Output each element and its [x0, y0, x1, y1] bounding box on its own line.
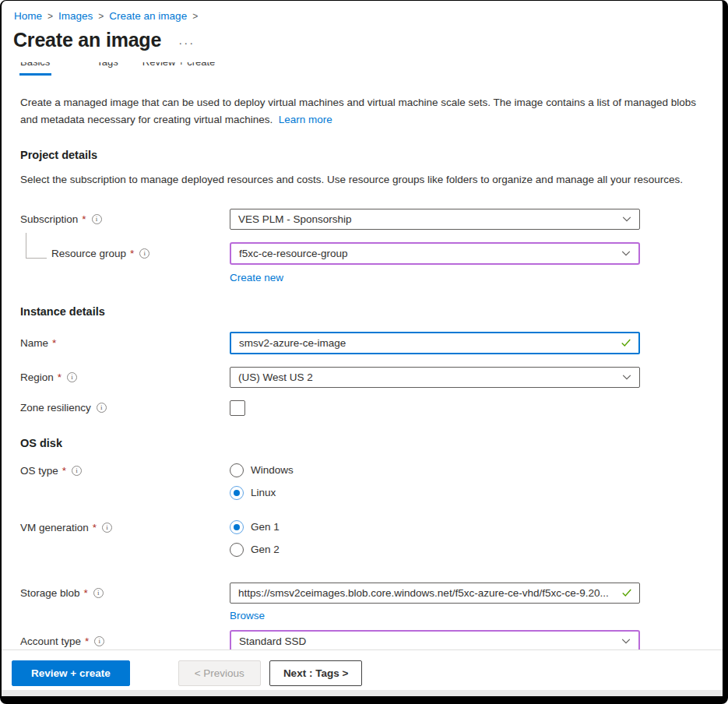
name-field-wrapper — [230, 332, 640, 354]
os-type-row: OS type * i Windows Linux — [2, 463, 723, 509]
required-marker: * — [84, 587, 88, 599]
active-tab-indicator — [19, 73, 51, 76]
breadcrumb-separator: > — [47, 11, 53, 22]
valid-check-icon — [621, 337, 631, 348]
browse-link[interactable]: Browse — [230, 610, 265, 621]
required-marker: * — [82, 213, 86, 225]
intro-text: Create a managed image that can be used … — [20, 94, 704, 128]
required-marker: * — [58, 371, 62, 383]
storage-blob-info-icon[interactable]: i — [93, 588, 104, 598]
resource-group-value: f5xc-ce-resource-group — [239, 248, 348, 259]
valid-check-icon — [621, 587, 632, 598]
resource-group-info-icon[interactable]: i — [139, 248, 149, 259]
vm-generation-label: VM generation * i — [20, 520, 230, 533]
storage-blob-row: Storage blob * i — [2, 583, 723, 604]
resource-group-dropdown[interactable]: f5xc-ce-resource-group — [230, 242, 640, 265]
vm-generation-gen1-radio[interactable]: Gen 1 — [230, 520, 640, 534]
account-type-value: Standard SSD — [239, 635, 306, 647]
project-details-description: Select the subscription to manage deploy… — [20, 171, 704, 188]
required-marker: * — [62, 465, 66, 477]
learn-more-link[interactable]: Learn more — [279, 114, 332, 125]
vm-generation-radio-group: Gen 1 Gen 2 — [230, 520, 640, 565]
project-details-heading: Project details — [20, 149, 723, 161]
page-title: Create an image — [13, 29, 161, 51]
name-input[interactable] — [239, 333, 615, 353]
vm-generation-gen2-radio[interactable]: Gen 2 — [230, 543, 640, 557]
required-marker: * — [130, 248, 134, 259]
chevron-down-icon — [621, 635, 631, 646]
os-type-linux-radio[interactable]: Linux — [230, 486, 640, 500]
storage-blob-label: Storage blob * i — [20, 587, 230, 599]
breadcrumb-separator: > — [192, 11, 198, 22]
name-label: Name * — [20, 337, 230, 349]
breadcrumb-create-an-image[interactable]: Create an image — [109, 10, 187, 22]
subscription-dropdown[interactable]: VES PLM - Sponsorship — [230, 209, 640, 230]
tab-review-create[interactable]: Review + create — [142, 62, 216, 68]
subscription-label: Subscription * i — [20, 213, 230, 225]
account-type-info-icon[interactable]: i — [94, 636, 104, 646]
storage-blob-input[interactable] — [238, 583, 616, 603]
os-type-label: OS type * i — [20, 463, 230, 477]
previous-button[interactable]: < Previous — [178, 660, 261, 686]
os-type-windows-radio[interactable]: Windows — [230, 463, 640, 477]
zone-resiliency-label: Zone resiliency i — [20, 402, 230, 414]
footer-action-bar: Review + create < Previous Next : Tags > — [2, 649, 723, 696]
resource-group-row: Resource group * i f5xc-ce-resource-grou… — [2, 242, 723, 265]
next-tags-button[interactable]: Next : Tags > — [269, 660, 362, 686]
instance-details-heading: Instance details — [20, 305, 723, 318]
region-row: Region * i (US) West US 2 — [2, 367, 723, 388]
region-label: Region * i — [20, 371, 230, 383]
required-marker: * — [93, 522, 97, 533]
os-disk-heading: OS disk — [20, 437, 723, 449]
name-row: Name * — [2, 332, 723, 354]
account-type-label: Account type * i — [20, 635, 230, 647]
chevron-down-icon — [621, 371, 632, 382]
more-menu-icon[interactable]: ··· — [178, 31, 195, 49]
region-value: (US) West US 2 — [238, 371, 313, 383]
required-marker: * — [52, 337, 56, 349]
radio-checked-icon — [230, 486, 244, 500]
region-info-icon[interactable]: i — [67, 372, 77, 382]
subscription-info-icon[interactable]: i — [92, 214, 102, 224]
review-create-button[interactable]: Review + create — [12, 660, 130, 686]
storage-blob-field-wrapper — [230, 583, 640, 604]
tab-basics[interactable]: Basics — [20, 62, 50, 68]
subscription-row: Subscription * i VES PLM - Sponsorship — [2, 209, 723, 230]
tab-bar: Basics Tags Review + create — [20, 62, 723, 69]
chevron-down-icon — [621, 248, 631, 259]
breadcrumb-home[interactable]: Home — [14, 10, 42, 22]
breadcrumb-separator: > — [98, 11, 104, 22]
radio-unchecked-icon — [230, 543, 244, 557]
create-new-link[interactable]: Create new — [230, 272, 283, 283]
breadcrumb-images[interactable]: Images — [58, 10, 93, 22]
chevron-down-icon — [621, 213, 632, 224]
tab-tags[interactable]: Tags — [97, 62, 118, 68]
radio-checked-icon — [230, 520, 244, 534]
required-marker: * — [85, 635, 89, 647]
subscription-value: VES PLM - Sponsorship — [238, 213, 352, 225]
create-image-window: Home>Images>Create an image> Create an i… — [0, 0, 728, 704]
vm-generation-row: VM generation * i Gen 1 Gen 2 — [2, 520, 723, 565]
region-dropdown[interactable]: (US) West US 2 — [230, 367, 640, 388]
zone-resiliency-checkbox[interactable] — [230, 400, 245, 416]
resource-group-connector-line — [26, 233, 47, 259]
zone-resiliency-info-icon[interactable]: i — [97, 403, 107, 413]
breadcrumb: Home>Images>Create an image> — [2, 1, 723, 22]
os-type-radio-group: Windows Linux — [230, 463, 640, 509]
vm-generation-info-icon[interactable]: i — [102, 523, 112, 533]
os-type-info-icon[interactable]: i — [72, 466, 82, 476]
resource-group-label: Resource group * i — [20, 248, 230, 259]
zone-resiliency-row: Zone resiliency i — [2, 400, 723, 416]
radio-unchecked-icon — [230, 463, 244, 477]
